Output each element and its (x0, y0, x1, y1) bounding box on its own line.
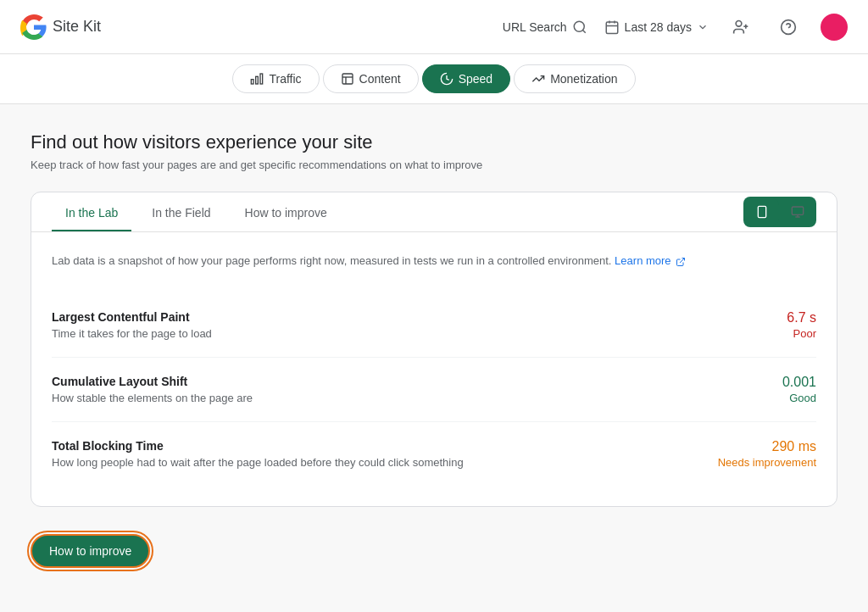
tab-content-label: Content (359, 72, 401, 86)
device-toggle-group (743, 197, 816, 227)
metric-desc-tbt: How long people had to wait after the pa… (52, 456, 464, 469)
metrics-card: In the Lab In the Field How to improve (31, 192, 837, 507)
content-icon (341, 72, 354, 86)
url-search-label: URL Search (503, 20, 567, 34)
svg-rect-2 (606, 22, 618, 34)
metric-value-tbt: 290 ms (718, 439, 816, 454)
tab-speed-label: Speed (459, 72, 492, 86)
metric-status-lcp: Poor (787, 327, 816, 340)
nav-tabs: Traffic Content Speed Monetization (0, 54, 868, 104)
speed-icon (440, 72, 453, 86)
svg-rect-11 (260, 74, 263, 84)
metric-left-lcp: Largest Contentful Paint Time it takes f… (52, 310, 212, 340)
metric-row-cls: Cumulative Layout Shift How stable the e… (52, 358, 816, 422)
tab-monetization[interactable]: Monetization (514, 64, 635, 93)
metric-right-cls: 0.001 Good (782, 375, 816, 404)
metric-value-cls: 0.001 (782, 375, 816, 390)
google-g-icon (20, 14, 47, 41)
main-content: Find out how visitors experience your si… (10, 104, 858, 602)
help-icon (780, 19, 797, 36)
svg-rect-14 (342, 74, 353, 84)
metric-right-tbt: 290 ms Needs improvement (718, 439, 816, 469)
tab-monetization-label: Monetization (550, 72, 617, 86)
svg-rect-19 (792, 207, 803, 214)
card-tab-in-the-lab[interactable]: In the Lab (52, 192, 131, 231)
page-subtitle: Keep track of how fast your pages are an… (31, 159, 837, 171)
calendar-icon (604, 19, 620, 35)
desktop-icon (791, 205, 804, 219)
header: Site Kit URL Search Last 28 days (0, 0, 868, 54)
metric-right-lcp: 6.7 s Poor (787, 310, 816, 340)
svg-line-22 (680, 258, 685, 263)
metric-desc-lcp: Time it takes for the page to load (52, 327, 212, 340)
help-button[interactable] (773, 12, 804, 42)
external-link-icon (676, 257, 686, 267)
metric-name-lcp: Largest Contentful Paint (52, 310, 212, 324)
metric-row-lcp: Largest Contentful Paint Time it takes f… (52, 293, 816, 358)
google-logo: Site Kit (20, 14, 101, 41)
svg-rect-13 (252, 80, 254, 84)
tab-traffic[interactable]: Traffic (232, 64, 319, 93)
tab-traffic-label: Traffic (269, 72, 301, 86)
add-user-button[interactable] (726, 12, 756, 42)
how-to-improve-button[interactable]: How to improve (31, 534, 150, 568)
search-icon (572, 19, 587, 35)
metric-left-tbt: Total Blocking Time How long people had … (52, 439, 464, 469)
metric-name-tbt: Total Blocking Time (52, 439, 464, 453)
url-search-button[interactable]: URL Search (503, 19, 587, 35)
chevron-down-icon (697, 21, 709, 33)
mobile-device-button[interactable] (745, 198, 779, 225)
card-tab-how-to-improve[interactable]: How to improve (231, 192, 341, 231)
site-kit-title: Site Kit (53, 18, 101, 36)
page-title: Find out how visitors experience your si… (31, 131, 837, 153)
desktop-device-button[interactable] (781, 198, 815, 225)
header-right: URL Search Last 28 days (503, 12, 848, 42)
metric-status-tbt: Needs improvement (718, 456, 816, 469)
svg-point-0 (574, 21, 584, 31)
svg-point-6 (736, 20, 742, 26)
metric-status-cls: Good (782, 392, 816, 404)
add-user-icon (732, 19, 749, 36)
bottom-area: How to improve (31, 507, 837, 575)
header-left: Site Kit (20, 14, 101, 41)
metric-row-tbt: Total Blocking Time How long people had … (52, 422, 816, 486)
mobile-icon (755, 205, 769, 219)
card-tabs: In the Lab In the Field How to improve (31, 192, 837, 232)
card-tab-in-the-field[interactable]: In the Field (138, 192, 224, 231)
learn-more-link[interactable]: Learn more (615, 254, 686, 267)
user-avatar[interactable] (821, 14, 848, 41)
metric-value-lcp: 6.7 s (787, 310, 816, 325)
metric-left-cls: Cumulative Layout Shift How stable the e… (52, 375, 253, 404)
svg-line-1 (582, 30, 585, 32)
tab-content[interactable]: Content (323, 64, 419, 93)
device-toggle (743, 197, 816, 227)
card-body: Lab data is a snapshot of how your page … (31, 232, 837, 506)
lab-info-text: Lab data is a snapshot of how your page … (52, 253, 816, 270)
date-range-button[interactable]: Last 28 days (604, 19, 709, 35)
monetization-icon (531, 72, 545, 86)
tab-speed[interactable]: Speed (422, 64, 510, 93)
date-range-label: Last 28 days (625, 20, 692, 34)
metric-name-cls: Cumulative Layout Shift (52, 375, 253, 388)
svg-rect-12 (256, 76, 259, 84)
bar-chart-icon (250, 72, 264, 86)
metric-desc-cls: How stable the elements on the page are (52, 392, 253, 404)
